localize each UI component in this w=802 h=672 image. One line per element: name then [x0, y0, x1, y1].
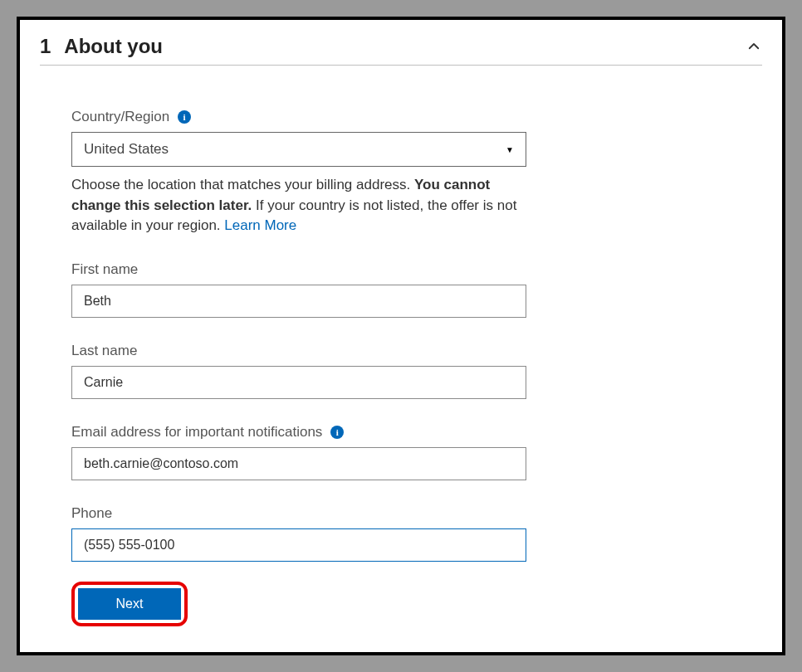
country-label: Country/Region i: [71, 109, 538, 125]
country-help-text: Choose the location that matches your bi…: [71, 175, 526, 236]
first-name-input[interactable]: [71, 285, 526, 318]
first-name-label: First name: [71, 261, 538, 278]
section-number: 1: [40, 35, 51, 58]
learn-more-link[interactable]: Learn More: [224, 217, 296, 233]
info-icon[interactable]: i: [178, 110, 191, 124]
last-name-input[interactable]: [71, 366, 526, 399]
phone-label: Phone: [71, 505, 538, 522]
about-you-panel: 1 About you Country/Region i United Stat…: [20, 20, 782, 652]
email-input[interactable]: [71, 447, 526, 480]
email-label: Email address for important notification…: [71, 424, 538, 441]
last-name-label: Last name: [71, 343, 538, 359]
section-header: 1 About you: [40, 35, 762, 66]
dropdown-caret-icon: ▼: [506, 145, 514, 154]
next-button-highlight: Next: [71, 582, 188, 626]
country-select-value: United States: [84, 141, 169, 158]
next-button[interactable]: Next: [78, 588, 181, 620]
section-title: About you: [64, 35, 163, 58]
country-select[interactable]: United States ▼: [71, 132, 526, 167]
phone-input[interactable]: [71, 528, 526, 562]
info-icon[interactable]: i: [330, 426, 344, 439]
collapse-chevron-up-icon[interactable]: [746, 38, 762, 55]
